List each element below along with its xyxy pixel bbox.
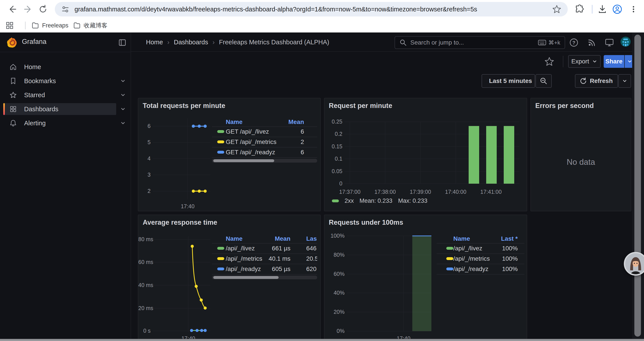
url-text[interactable]: grafana.mathmast.com/d/deytv4rwavabkb/fr… (74, 6, 552, 13)
legend-cell[interactable]: GET /api/_/livez (226, 128, 269, 135)
series-color-pill[interactable] (217, 130, 224, 133)
apps-grid-button[interactable] (4, 20, 15, 31)
sidebar-item-home[interactable]: Home (3, 61, 116, 73)
table-separator (212, 157, 317, 158)
legend-cell[interactable]: /api/_/readyz (453, 265, 488, 272)
legend-cell[interactable]: /api/_/readyz (226, 265, 261, 272)
browser-profile-button[interactable] (612, 4, 623, 15)
sidebar-item-starred[interactable]: Starred (3, 89, 116, 101)
browser-menu-button[interactable] (628, 4, 639, 15)
breadcrumb-item[interactable]: Home (146, 39, 163, 46)
share-button[interactable]: Share (604, 55, 624, 68)
export-button[interactable]: Export (568, 55, 600, 68)
assistant-avatar-image (625, 253, 644, 274)
table-scrollbar (212, 276, 317, 279)
dock-menu-icon[interactable] (118, 39, 126, 47)
series-color-pill[interactable] (217, 151, 224, 154)
chevron-down-icon[interactable] (120, 78, 126, 84)
star-dashboard-icon[interactable] (544, 56, 554, 67)
browser-back-button[interactable] (6, 3, 18, 15)
legend-cell: 661 µs (272, 245, 290, 252)
refresh-button[interactable]: Refresh (575, 74, 618, 88)
table-separator (212, 147, 317, 147)
legend-column-header[interactable]: Mean (275, 235, 290, 242)
table-scrollbar-thumb[interactable] (213, 276, 278, 279)
bookmark-item[interactable]: 收藏博客 (70, 20, 111, 31)
axis-tick-label: 80% (326, 252, 344, 258)
legend-cell[interactable]: /api/_/metrics (226, 255, 262, 262)
legend-cell[interactable]: /api/_/livez (226, 245, 255, 252)
extensions-button[interactable] (574, 4, 585, 15)
news-button[interactable] (586, 37, 597, 48)
average-response-legend-table: NameMeanLas/api/_/livez661 µs646/api/_/m… (212, 233, 317, 282)
help-icon: ? (569, 38, 579, 47)
legend-column-header[interactable]: Last * (501, 235, 518, 242)
series-color-chip[interactable] (332, 199, 339, 202)
legend-cell: 620 (306, 265, 317, 272)
legend-cell[interactable]: /api/_/metrics (453, 255, 490, 262)
table-separator (437, 264, 524, 264)
legend-cell[interactable]: /api/_/livez (453, 245, 482, 252)
axis-tick-label: 3 (138, 172, 150, 178)
table-scrollbar-thumb[interactable] (213, 159, 274, 162)
chevron-down-icon[interactable] (120, 92, 126, 98)
extensions-puzzle-icon (575, 5, 584, 14)
help-button[interactable]: ? (568, 37, 579, 48)
series-name[interactable]: 2xx (344, 197, 354, 204)
axis-tick-label: 2 (138, 188, 150, 194)
window-bottom-edge (0, 339, 644, 341)
series-color-pill[interactable] (217, 267, 224, 270)
legend-column-header[interactable]: Name (453, 235, 470, 242)
kiosk-mode-button[interactable] (604, 37, 615, 48)
legend-column-header[interactable]: Mean (288, 119, 304, 126)
time-range-picker[interactable]: Last 5 minutes (482, 74, 535, 88)
search-input[interactable]: Search or jump to... ⌘+k (394, 36, 565, 49)
breadcrumb-item[interactable]: Dashboards (174, 39, 208, 46)
toolbar-divider (592, 5, 592, 14)
downloads-button[interactable] (597, 4, 608, 15)
page-scrollbar-thumb[interactable] (634, 35, 641, 336)
brand-name[interactable]: Grafana (22, 38, 46, 46)
zoom-out-time-button[interactable] (536, 74, 552, 88)
panel-requests-under-100ms: Requests under 100ms NameLast */api/_/li… (324, 215, 527, 341)
chevron-down-icon[interactable] (120, 120, 126, 126)
sidebar-item-bookmarks[interactable]: Bookmarks (3, 75, 116, 87)
chevron-down-icon[interactable] (120, 106, 126, 112)
series-color-pill[interactable] (217, 140, 224, 143)
legend-cell[interactable]: GET /api/_/metrics (226, 138, 276, 146)
browser-forward-button[interactable] (22, 3, 34, 15)
browser-reload-button[interactable] (37, 3, 49, 15)
table-separator (437, 243, 524, 244)
axis-tick-label: 0.1 (326, 156, 342, 162)
url-bar[interactable]: grafana.mathmast.com/d/deytv4rwavabkb/fr… (55, 2, 568, 17)
panel-total-requests-per-minute: Total requests per minute NameMeanGET /a… (138, 98, 321, 211)
user-avatar[interactable] (620, 37, 631, 47)
sidebar-item-dashboards[interactable]: Dashboards (3, 103, 116, 115)
series-color-pill[interactable] (446, 247, 453, 250)
series-color-pill[interactable] (446, 267, 453, 270)
legend-cell[interactable]: GET /api/_/readyz (226, 149, 275, 156)
bookmark-star-icon[interactable] (552, 5, 562, 14)
series-color-pill[interactable] (217, 257, 224, 260)
panel-average-response-time: Average response time NameMeanLas/api/_/… (138, 215, 321, 341)
legend-column-header[interactable]: Las (306, 235, 317, 242)
bookmark-icon (10, 77, 17, 85)
axis-tick-label: 17:38:00 (372, 189, 398, 195)
legend-column-header[interactable]: Name (226, 119, 242, 126)
series-color-pill[interactable] (446, 257, 453, 260)
search-icon (400, 39, 407, 46)
share-label: Share (606, 58, 622, 65)
refresh-icon (579, 77, 587, 85)
grafana-logo-icon[interactable] (6, 37, 18, 48)
site-controls-icon[interactable] (61, 5, 70, 14)
apps-grid-icon (6, 21, 14, 30)
panel-title[interactable]: Errors per second (535, 102, 594, 110)
sidebar-item-alerting[interactable]: Alerting (3, 117, 116, 129)
legend-column-header[interactable]: Name (226, 235, 242, 242)
star-icon (10, 91, 17, 99)
sidebar-item-label: Starred (24, 92, 45, 99)
bookmark-item[interactable]: Freeleaps (28, 20, 72, 31)
refresh-interval-dropdown[interactable] (618, 74, 631, 88)
series-color-pill[interactable] (217, 247, 224, 250)
panel-errors-per-second: Errors per second No data (530, 98, 631, 211)
